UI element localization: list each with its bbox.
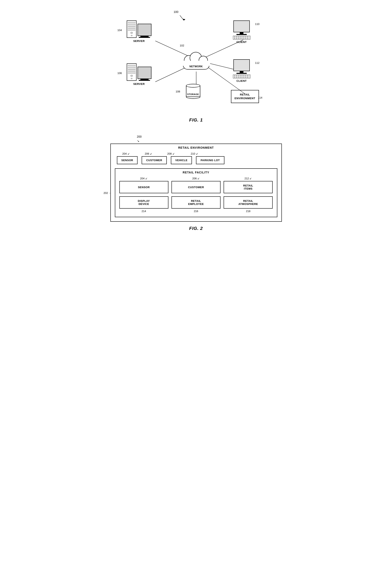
inner-retail-facility: RETAIL FACILITY 204 ↙ 206 ↙ 212 ↙ SENSOR… [115, 168, 277, 217]
ref-104: 104 [117, 29, 122, 32]
outer-vehicle-box: VEHICLE [171, 156, 192, 164]
outer-customer-box: CUSTOMER [142, 156, 167, 164]
fig1-diagram: 100 104 [110, 8, 282, 123]
outer-sensor-box: SENSOR [117, 156, 138, 164]
outer-retail-env: RETAIL ENVIRONMENT 204 ↙ 206 ↙ 208 ↙ 210… [110, 144, 282, 222]
svg-line-0 [180, 15, 184, 20]
server2-monitor [138, 67, 151, 79]
inner-ref-206: 206 ↙ [192, 177, 200, 180]
ref-200: 200 [110, 135, 282, 138]
fig2-title: FIG. 2 [110, 226, 282, 231]
svg-marker-1 [183, 19, 185, 20]
storage-label: STORAGE [187, 93, 199, 96]
server1-tower [127, 20, 136, 38]
storage-cylinder-top [186, 84, 200, 88]
outer-ref-204: 204 ↙ [117, 152, 135, 155]
ref-108: 108 [176, 90, 180, 93]
inner-grid: SENSOR CUSTOMER RETAILITEMS DISPLAYDEVIC… [119, 181, 273, 209]
inner-facility-label: RETAIL FACILITY [183, 171, 209, 174]
client2-keyboard [233, 75, 250, 78]
client1-monitor [233, 20, 250, 32]
inner-ref-204: 204 ↙ [140, 177, 148, 180]
retail-env-box: RETAILENVIRONMENT [231, 90, 259, 103]
ref-106: 106 [117, 72, 122, 75]
inner-display-device-box: DISPLAYDEVICE [119, 196, 168, 209]
inner-ref-216: 216 [194, 210, 198, 213]
retail-env-label: RETAILENVIRONMENT [235, 93, 256, 100]
client1-label: CLIENT [233, 40, 250, 44]
client2-group: 112 CLIENT [233, 59, 250, 82]
outer-boxes-row: SENSOR CUSTOMER VEHICLE PARKING LOT [115, 156, 277, 164]
server2-tower [127, 63, 136, 81]
network-cloud: 102 NETWORK [182, 49, 210, 70]
inner-ref-214: 214 [142, 210, 146, 213]
inner-retail-atmosphere-box: RETAILATMOSPHERE [224, 196, 273, 209]
outer-ref-210: 210 ↙ [184, 152, 205, 155]
server1-label: SERVER [127, 39, 151, 42]
outer-parking-lot-box: PARKING LOT [196, 156, 224, 164]
fig2-diagram: 200 ↘ RETAIL ENVIRONMENT 204 ↙ 206 ↙ 208… [110, 135, 282, 231]
server2-label: SERVER [127, 82, 151, 86]
inner-retail-items-box: RETAILITEMS [224, 181, 273, 193]
outer-ref-206: 206 ↙ [139, 152, 158, 155]
ref-112: 112 [255, 61, 260, 64]
client1-keyboard [233, 36, 250, 39]
server1-group: 104 SERVER [127, 20, 151, 42]
server2-group: 106 SERVER [127, 63, 151, 86]
inner-ref-218: 218 [246, 210, 250, 213]
ref-100: 100 [174, 10, 179, 13]
ref-110: 110 [255, 22, 260, 25]
ref-114: 114 [258, 96, 262, 99]
inner-ref-212: 212 ↙ [244, 177, 252, 180]
inner-retail-employee-box: RETAILEMPLOYEE [172, 196, 220, 209]
outer-env-label: RETAIL ENVIRONMENT [178, 146, 214, 149]
ref-102: 102 [180, 44, 184, 47]
client2-monitor [233, 59, 250, 71]
inner-sensor-box: SENSOR [119, 181, 168, 193]
client1-group: 110 CLIENT [233, 20, 250, 44]
outer-ref-208: 208 ↙ [162, 152, 180, 155]
ref-202: 202 → [104, 191, 111, 194]
fig1-title: FIG. 1 [189, 115, 203, 123]
server1-monitor [138, 24, 151, 36]
network-label: NETWORK [182, 65, 210, 68]
page: 100 104 [98, 0, 294, 239]
inner-customer-box: CUSTOMER [172, 181, 220, 193]
client2-label: CLIENT [233, 79, 250, 82]
storage-group: 108 STORAGE [186, 84, 200, 99]
